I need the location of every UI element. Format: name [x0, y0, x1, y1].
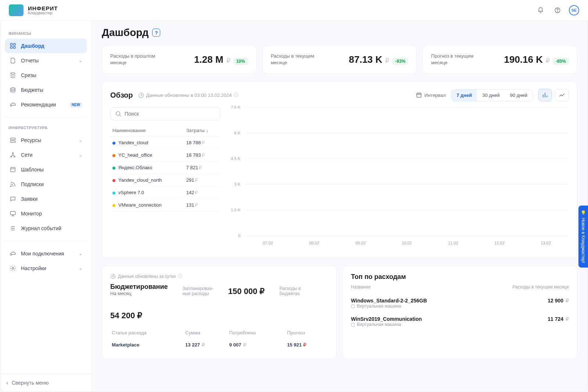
overview-chart: 01.5 K3 K4.5 K6 K7.5 K 07.0208.0209.0210…	[228, 107, 569, 250]
search-icon	[115, 110, 122, 117]
legend-row[interactable]: Yandex_cloud_north 291₽	[110, 174, 220, 186]
sidebar-item-label: Бюджеты	[21, 87, 43, 93]
x-tick: 11.02	[448, 241, 458, 245]
x-tick: 10.02	[402, 241, 412, 245]
clock-icon: 🕒	[110, 274, 116, 279]
collapse-menu-button[interactable]: ‹ Свернуть меню	[6, 380, 85, 386]
chat-icon	[9, 195, 17, 203]
sidebar-item-label: Шаблоны	[21, 167, 44, 173]
sidebar-item-label: Дашборд	[21, 43, 44, 49]
ruble-icon: ₽	[385, 57, 389, 65]
bar-chart-mode-button[interactable]	[538, 89, 552, 101]
legend-row[interactable]: vSphere 7.0 142₽	[110, 186, 220, 199]
sidebar-item-networks[interactable]: Сети⌄	[5, 148, 87, 162]
interval-segmented: 7 дней30 дней90 дней	[451, 89, 533, 101]
svg-point-18	[116, 112, 120, 116]
search-input[interactable]	[125, 111, 216, 117]
template-icon	[9, 166, 17, 173]
sidebar-item-monitor[interactable]: Монитор	[5, 206, 87, 221]
sidebar-section-finances: ФИНАНСЫ	[5, 28, 87, 39]
rss-icon	[9, 181, 17, 188]
sidebar-item-templates[interactable]: Шаблоны	[5, 162, 87, 177]
sidebar-item-slices[interactable]: Срезы	[5, 68, 87, 83]
sidebar-item-events[interactable]: Журнал событий	[5, 221, 87, 236]
help-icon[interactable]	[552, 5, 563, 16]
whats-new-button[interactable]: 💡Новое в Клаудмастер!	[578, 206, 588, 268]
legend-row[interactable]: Yandex_cloud 18 788₽	[110, 137, 220, 149]
interval-option[interactable]: 7 дней	[451, 90, 477, 101]
planned-value: 150 000 ₽	[228, 287, 265, 296]
interval-option[interactable]: 30 дней	[477, 90, 505, 101]
monitor-icon	[9, 210, 17, 217]
calendar-icon	[416, 92, 422, 98]
card-pct: -93%	[392, 58, 408, 65]
svg-point-14	[11, 186, 11, 186]
x-tick: 08.02	[309, 241, 319, 245]
cloud-icon	[9, 101, 17, 108]
sidebar-item-dashboard[interactable]: Дашборд	[5, 39, 87, 53]
ruble-icon: ₽	[546, 57, 550, 65]
sidebar-item-label: Монитор	[21, 211, 42, 217]
x-tick: 07.02	[263, 241, 273, 245]
sidebar-item-tickets[interactable]: Заявки	[5, 192, 87, 206]
legend-row[interactable]: VMware_connection 131₽	[110, 199, 220, 211]
budget-row[interactable]: Marketplace 13 227 ₽ 9 007 ₽ 15 921 ₽	[110, 338, 328, 351]
overview-title: Обзор	[110, 91, 133, 99]
sidebar-section-infra: ИНФРАСТРУКТУРА	[5, 123, 87, 133]
sidebar-item-label: Настройки	[21, 265, 46, 271]
sidebar-item-resources[interactable]: Ресурсы⌄	[5, 133, 87, 148]
sidebar-item-label: Срезы	[21, 72, 36, 78]
logo[interactable]: ИНФЕРИТ Клаудмастер	[9, 4, 58, 16]
th-cost[interactable]: Затраты ↓	[184, 125, 220, 137]
planned-label: Запланирован- ные расходы	[182, 286, 213, 297]
layers-icon	[9, 72, 17, 79]
sidebar-item-label: Ресурсы	[21, 137, 41, 143]
budget-title: Бюджетирование	[110, 283, 168, 291]
card-pct: -85%	[553, 58, 569, 65]
coins-icon	[9, 86, 17, 94]
help-icon[interactable]: ⓘ	[234, 92, 239, 98]
search-input-wrapper[interactable]	[110, 107, 220, 120]
svg-rect-17	[417, 93, 421, 97]
chevron-down-icon: ⌄	[79, 266, 82, 271]
th-sum: Сумма	[184, 327, 228, 338]
help-icon[interactable]: ⓘ	[178, 273, 182, 279]
color-dot	[112, 142, 115, 145]
avatar[interactable]: SE	[569, 5, 579, 15]
sidebar-item-label: Мои подключения	[21, 251, 64, 257]
sidebar-item-reports[interactable]: Отчеты ⌄	[5, 53, 87, 68]
bell-icon[interactable]	[535, 5, 546, 16]
th-forecast: Прогноз	[286, 327, 328, 338]
sidebar-item-budgets[interactable]: Бюджеты	[5, 83, 87, 97]
list-icon	[9, 225, 17, 232]
brand-sub: Клаудмастер	[28, 11, 58, 15]
legend-row[interactable]: YC_head_office 18 783₽	[110, 149, 220, 161]
svg-point-12	[12, 153, 14, 154]
ruble-icon: ₽	[226, 57, 230, 65]
clock-icon: 🕒	[138, 92, 144, 98]
svg-rect-13	[11, 167, 15, 172]
sidebar-item-settings[interactable]: Настройки⌄	[5, 261, 87, 276]
sidebar-item-connections[interactable]: Мои подключения⌄	[5, 246, 87, 261]
svg-point-1	[557, 11, 557, 12]
card-value: 190.16 K	[504, 54, 543, 65]
svg-rect-3	[14, 43, 15, 45]
document-icon	[9, 57, 17, 64]
sidebar-item-subscriptions[interactable]: Подписки	[5, 177, 87, 192]
th-name[interactable]: Наименование	[110, 125, 184, 137]
top-expense-item[interactable]: WinSrv2019_Communication ▢Виртуальная ма…	[351, 312, 569, 331]
gear-icon	[9, 265, 17, 272]
legend-row[interactable]: Яндекс.Облако 7 821₽	[110, 161, 220, 174]
card-pct: 10%	[233, 58, 248, 65]
svg-rect-5	[14, 47, 15, 48]
sidebar-item-label: Заявки	[21, 196, 37, 202]
sidebar-item-recommendations[interactable]: Рекомендации NEW	[5, 97, 87, 112]
help-badge-icon[interactable]: ?	[152, 29, 160, 37]
top-expense-item[interactable]: Windows_Standard-2-2_256GB ▢Виртуальная …	[351, 294, 569, 312]
vm-icon: ▢	[351, 322, 355, 327]
interval-option[interactable]: 90 дней	[505, 90, 533, 101]
chevron-down-icon: ⌄	[79, 58, 82, 63]
chevron-down-icon: ⌄	[79, 152, 82, 157]
svg-rect-2	[10, 43, 12, 45]
line-chart-mode-button[interactable]	[555, 89, 569, 101]
